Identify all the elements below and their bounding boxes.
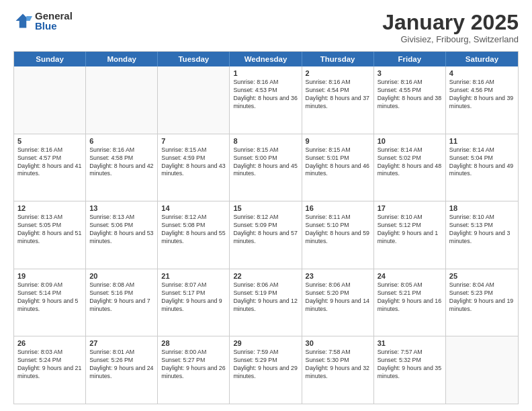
- calendar-cell: [158, 66, 230, 134]
- day-number: 5: [17, 137, 82, 145]
- day-number: 3: [378, 69, 442, 77]
- calendar-cell: 5Sunrise: 8:16 AM Sunset: 4:57 PM Daylig…: [14, 134, 86, 201]
- day-number: 28: [161, 339, 226, 347]
- day-number: 1: [233, 69, 298, 77]
- logo-general-text: General: [35, 11, 73, 21]
- day-info: Sunrise: 8:04 AM Sunset: 5:23 PM Dayligh…: [449, 281, 515, 314]
- calendar-cell: 2Sunrise: 8:16 AM Sunset: 4:54 PM Daylig…: [302, 66, 374, 134]
- calendar-cell: 21Sunrise: 8:07 AM Sunset: 5:17 PM Dayli…: [158, 269, 230, 336]
- calendar-cell: 20Sunrise: 8:08 AM Sunset: 5:16 PM Dayli…: [86, 269, 158, 336]
- day-info: Sunrise: 8:14 AM Sunset: 5:04 PM Dayligh…: [449, 146, 515, 179]
- day-info: Sunrise: 8:01 AM Sunset: 5:26 PM Dayligh…: [89, 349, 154, 381]
- day-number: 11: [449, 137, 515, 145]
- day-info: Sunrise: 8:14 AM Sunset: 5:02 PM Dayligh…: [378, 146, 442, 179]
- day-number: 7: [161, 137, 226, 145]
- calendar-cell: 24Sunrise: 8:05 AM Sunset: 5:21 PM Dayli…: [374, 269, 446, 336]
- day-info: Sunrise: 8:07 AM Sunset: 5:17 PM Dayligh…: [161, 281, 226, 314]
- header-day-saturday: Saturday: [446, 52, 518, 66]
- day-info: Sunrise: 7:57 AM Sunset: 5:32 PM Dayligh…: [378, 349, 442, 381]
- header-day-sunday: Sunday: [14, 52, 86, 66]
- day-number: 29: [233, 339, 298, 347]
- day-number: 23: [306, 272, 370, 280]
- calendar-cell: 26Sunrise: 8:03 AM Sunset: 5:24 PM Dayli…: [14, 336, 86, 404]
- day-info: Sunrise: 8:11 AM Sunset: 5:10 PM Dayligh…: [306, 214, 370, 246]
- day-info: Sunrise: 8:15 AM Sunset: 4:59 PM Dayligh…: [161, 146, 226, 179]
- day-info: Sunrise: 8:06 AM Sunset: 5:19 PM Dayligh…: [233, 281, 298, 314]
- day-number: 12: [17, 204, 82, 212]
- logo-text: General Blue: [35, 11, 73, 31]
- day-info: Sunrise: 8:16 AM Sunset: 4:53 PM Dayligh…: [233, 79, 298, 111]
- calendar-cell: 19Sunrise: 8:09 AM Sunset: 5:14 PM Dayli…: [14, 269, 86, 336]
- calendar-cell: 18Sunrise: 8:10 AM Sunset: 5:13 PM Dayli…: [446, 201, 518, 269]
- day-info: Sunrise: 7:59 AM Sunset: 5:29 PM Dayligh…: [233, 349, 298, 381]
- day-info: Sunrise: 8:16 AM Sunset: 4:57 PM Dayligh…: [17, 146, 82, 179]
- day-info: Sunrise: 8:10 AM Sunset: 5:12 PM Dayligh…: [378, 214, 442, 246]
- calendar-week-4: 19Sunrise: 8:09 AM Sunset: 5:14 PM Dayli…: [14, 269, 518, 337]
- header-day-friday: Friday: [374, 52, 446, 66]
- day-info: Sunrise: 8:16 AM Sunset: 4:58 PM Dayligh…: [89, 146, 154, 179]
- calendar-cell: 29Sunrise: 7:59 AM Sunset: 5:29 PM Dayli…: [230, 336, 302, 404]
- day-info: Sunrise: 8:06 AM Sunset: 5:20 PM Dayligh…: [306, 281, 370, 314]
- day-info: Sunrise: 8:16 AM Sunset: 4:56 PM Dayligh…: [449, 79, 515, 111]
- header: General Blue January 2025 Givisiez, Frib…: [13, 11, 519, 44]
- day-number: 8: [233, 137, 298, 145]
- logo: General Blue: [13, 11, 73, 31]
- calendar-cell: 31Sunrise: 7:57 AM Sunset: 5:32 PM Dayli…: [374, 336, 446, 404]
- day-number: 9: [306, 137, 370, 145]
- day-info: Sunrise: 8:09 AM Sunset: 5:14 PM Dayligh…: [17, 281, 82, 314]
- svg-marker-1: [26, 16, 32, 21]
- header-day-tuesday: Tuesday: [158, 52, 230, 66]
- day-number: 17: [378, 204, 442, 212]
- calendar-cell: 10Sunrise: 8:14 AM Sunset: 5:02 PM Dayli…: [374, 134, 446, 201]
- day-info: Sunrise: 8:15 AM Sunset: 5:01 PM Dayligh…: [306, 146, 370, 179]
- calendar-cell: [14, 66, 86, 134]
- day-info: Sunrise: 8:10 AM Sunset: 5:13 PM Dayligh…: [449, 214, 515, 246]
- day-number: 25: [449, 272, 515, 280]
- day-number: 24: [378, 272, 442, 280]
- calendar-cell: 23Sunrise: 8:06 AM Sunset: 5:20 PM Dayli…: [302, 269, 374, 336]
- calendar-cell: 25Sunrise: 8:04 AM Sunset: 5:23 PM Dayli…: [446, 269, 518, 336]
- day-info: Sunrise: 8:12 AM Sunset: 5:08 PM Dayligh…: [161, 214, 226, 246]
- day-number: 14: [161, 204, 226, 212]
- day-number: 10: [378, 137, 442, 145]
- calendar-header: SundayMondayTuesdayWednesdayThursdayFrid…: [14, 52, 518, 66]
- day-number: 22: [233, 272, 298, 280]
- day-info: Sunrise: 8:13 AM Sunset: 5:06 PM Dayligh…: [89, 214, 154, 246]
- calendar-cell: [446, 336, 518, 404]
- location: Givisiez, Fribourg, Switzerland: [382, 34, 519, 44]
- calendar-cell: 12Sunrise: 8:13 AM Sunset: 5:05 PM Dayli…: [14, 201, 86, 269]
- calendar-cell: 3Sunrise: 8:16 AM Sunset: 4:55 PM Daylig…: [374, 66, 446, 134]
- month-title: January 2025: [382, 11, 519, 34]
- calendar-cell: 8Sunrise: 8:15 AM Sunset: 5:00 PM Daylig…: [230, 134, 302, 201]
- calendar-cell: 30Sunrise: 7:58 AM Sunset: 5:30 PM Dayli…: [302, 336, 374, 404]
- calendar-week-1: 1Sunrise: 8:16 AM Sunset: 4:53 PM Daylig…: [14, 66, 518, 134]
- logo-blue-text: Blue: [35, 21, 73, 31]
- calendar-cell: 17Sunrise: 8:10 AM Sunset: 5:12 PM Dayli…: [374, 201, 446, 269]
- header-day-monday: Monday: [86, 52, 158, 66]
- day-info: Sunrise: 8:08 AM Sunset: 5:16 PM Dayligh…: [89, 281, 154, 314]
- day-number: 4: [449, 69, 515, 77]
- logo-icon: [13, 11, 32, 30]
- day-number: 20: [89, 272, 154, 280]
- calendar-week-5: 26Sunrise: 8:03 AM Sunset: 5:24 PM Dayli…: [14, 336, 518, 404]
- header-day-wednesday: Wednesday: [230, 52, 302, 66]
- page: General Blue January 2025 Givisiez, Frib…: [0, 0, 532, 411]
- calendar-cell: 27Sunrise: 8:01 AM Sunset: 5:26 PM Dayli…: [86, 336, 158, 404]
- day-number: 26: [17, 339, 82, 347]
- day-number: 31: [378, 339, 442, 347]
- calendar-week-2: 5Sunrise: 8:16 AM Sunset: 4:57 PM Daylig…: [14, 134, 518, 202]
- day-number: 13: [89, 204, 154, 212]
- calendar-cell: 14Sunrise: 8:12 AM Sunset: 5:08 PM Dayli…: [158, 201, 230, 269]
- day-number: 2: [306, 69, 370, 77]
- calendar: SundayMondayTuesdayWednesdayThursdayFrid…: [13, 51, 519, 404]
- calendar-cell: 15Sunrise: 8:12 AM Sunset: 5:09 PM Dayli…: [230, 201, 302, 269]
- day-info: Sunrise: 8:15 AM Sunset: 5:00 PM Dayligh…: [233, 146, 298, 179]
- day-number: 16: [306, 204, 370, 212]
- day-info: Sunrise: 8:05 AM Sunset: 5:21 PM Dayligh…: [378, 281, 442, 314]
- day-info: Sunrise: 8:12 AM Sunset: 5:09 PM Dayligh…: [233, 214, 298, 246]
- calendar-week-3: 12Sunrise: 8:13 AM Sunset: 5:05 PM Dayli…: [14, 201, 518, 269]
- calendar-cell: 6Sunrise: 8:16 AM Sunset: 4:58 PM Daylig…: [86, 134, 158, 201]
- day-number: 6: [89, 137, 154, 145]
- day-number: 15: [233, 204, 298, 212]
- title-block: January 2025 Givisiez, Fribourg, Switzer…: [382, 11, 519, 44]
